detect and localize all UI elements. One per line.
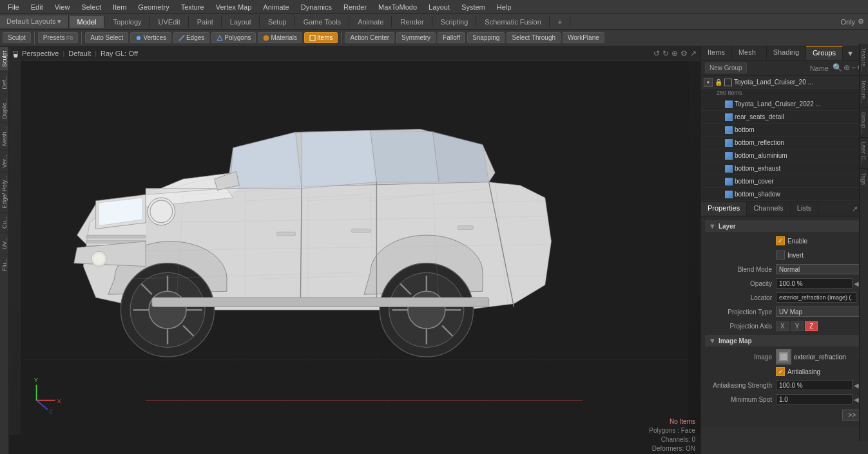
left-tab-def[interactable]: Def...	[0, 71, 8, 93]
enable-checkbox[interactable]: ✓	[776, 236, 785, 245]
menu-item-dynamics[interactable]: Dynamics	[296, 2, 337, 12]
car-viewport[interactable]: X Y Z	[9, 61, 700, 435]
list-item-3[interactable]: bottom_reflection	[701, 137, 868, 149]
props-tab-channels[interactable]: Channels	[747, 202, 790, 216]
left-tab-cu[interactable]: Cu...	[0, 212, 8, 232]
list-item-4[interactable]: bottom_aluminium	[701, 149, 868, 162]
left-tab-duplic[interactable]: Duplic...	[0, 93, 8, 123]
list-item-1[interactable]: rear_seats_detail	[701, 111, 868, 124]
items-list[interactable]: ● 🔒 Toyota_Land_Cruiser_20 ... 280 Items…	[701, 76, 868, 202]
right-tab-shading[interactable]: Shading	[767, 46, 806, 60]
mode-tab-render[interactable]: Render	[392, 16, 432, 28]
menu-item-animate[interactable]: Animate	[258, 2, 294, 12]
materials-button[interactable]: Materials	[258, 32, 302, 43]
layer-section-header[interactable]: ▼ Layer	[705, 220, 864, 232]
select-through-button[interactable]: Select Through	[506, 32, 561, 43]
menu-item-item[interactable]: Item	[108, 2, 131, 12]
list-search-icon[interactable]: 🔍	[833, 63, 842, 73]
layout-dropdown[interactable]: Default Layouts ▾	[0, 15, 69, 28]
aa-strength-input[interactable]	[776, 380, 853, 390]
falloff-button[interactable]: Falloff	[438, 32, 465, 43]
antialiasing-checkbox[interactable]: ✓	[776, 367, 785, 376]
menu-item-select[interactable]: Select	[76, 2, 106, 12]
menu-item-file[interactable]: File	[3, 2, 24, 12]
menu-item-vertexmap[interactable]: Vertex Map	[211, 2, 257, 12]
axis-y-button[interactable]: Y	[791, 321, 804, 331]
mode-tab-topology[interactable]: Topology	[105, 16, 149, 28]
polygons-button[interactable]: Polygons	[211, 32, 256, 43]
parent-group-item[interactable]: ● 🔒 Toyota_Land_Cruiser_20 ...	[701, 76, 868, 89]
mode-tab-add[interactable]: +	[550, 16, 570, 28]
left-tab-mesh[interactable]: Mesh...	[0, 122, 8, 150]
list-item-6[interactable]: bottom_cover	[701, 175, 868, 188]
list-remove-icon[interactable]: −	[851, 63, 856, 73]
parent-visibility[interactable]: ●	[704, 78, 713, 87]
menu-item-layout[interactable]: Layout	[423, 2, 455, 12]
presets-button[interactable]: Presets F8	[38, 32, 78, 43]
edges-button[interactable]: Edges	[173, 32, 209, 43]
only-button[interactable]: Only	[840, 18, 855, 26]
props-expand-icon[interactable]: ↗	[852, 205, 858, 213]
mode-tab-paint[interactable]: Paint	[189, 16, 222, 28]
mode-tab-schematic[interactable]: Schematic Fusion	[477, 16, 549, 28]
locator-input[interactable]	[776, 292, 856, 303]
viewport[interactable]: ■ Perspective | Default | Ray GL: Off ↺ …	[9, 46, 700, 454]
list-item-7[interactable]: bottom_shadow	[701, 188, 868, 201]
menu-item-geometry[interactable]: Geometry	[133, 2, 174, 12]
menu-item-system[interactable]: System	[456, 2, 490, 12]
new-group-button[interactable]: New Group	[705, 62, 747, 73]
props-tab-properties[interactable]: Properties	[701, 202, 747, 216]
right-edge-tab-tags[interactable]: Tags	[860, 169, 868, 189]
view-name-label[interactable]: Perspective	[22, 50, 59, 57]
vp-expand-icon[interactable]: ↗	[690, 49, 697, 58]
image-map-section-header[interactable]: ▼ Image Map	[705, 335, 864, 346]
right-edge-tab-texture2[interactable]: Texture...	[860, 76, 868, 108]
menu-item-edit[interactable]: Edit	[26, 2, 48, 12]
list-item-0[interactable]: Toyota_Land_Cruiser_2022 ...	[701, 98, 868, 111]
right-tab-dropdown[interactable]: ▼	[843, 46, 858, 60]
list-add-icon[interactable]: ⊕	[844, 63, 850, 73]
vp-settings-icon[interactable]: ⚙	[680, 49, 688, 58]
vp-redo-icon[interactable]: ↻	[662, 49, 669, 58]
left-tab-ver[interactable]: Ver...	[0, 150, 8, 172]
props-tab-lists[interactable]: Lists	[791, 202, 819, 216]
snapping-button[interactable]: Snapping	[467, 32, 505, 43]
min-spot-input[interactable]	[776, 394, 853, 404]
symmetry-button[interactable]: Symmetry	[396, 32, 436, 43]
opacity-input[interactable]	[776, 278, 853, 288]
workplane-button[interactable]: WorkPlane	[563, 32, 604, 43]
settings-icon[interactable]: ⚙	[858, 17, 864, 26]
left-tab-uv[interactable]: UV...	[0, 232, 8, 253]
right-edge-tab-texture1[interactable]: Texture...	[860, 44, 868, 76]
menu-item-view[interactable]: View	[50, 2, 75, 12]
mode-tab-animate[interactable]: Animate	[350, 16, 392, 28]
invert-checkbox[interactable]	[776, 251, 785, 260]
action-center-button[interactable]: Action Center	[345, 32, 394, 43]
auto-select-button[interactable]: Auto Select	[85, 32, 128, 43]
list-item-2[interactable]: bottom	[701, 124, 868, 137]
right-tab-groups[interactable]: Groups	[806, 46, 843, 60]
mode-tab-scripting[interactable]: Scripting	[433, 16, 477, 28]
mode-tab-uvedit[interactable]: UVEdit	[151, 16, 189, 28]
vp-undo-icon[interactable]: ↺	[653, 49, 660, 58]
menu-item-texture[interactable]: Texture	[176, 2, 209, 12]
mode-tab-setup[interactable]: Setup	[260, 16, 295, 28]
right-tab-items[interactable]: Items	[701, 46, 732, 60]
left-tab-edge-poly[interactable]: Edge/ Poly...	[0, 171, 8, 212]
right-edge-tab-userc[interactable]: User C...	[860, 138, 868, 169]
left-tab-sculpt[interactable]: Sculpt	[0, 46, 8, 71]
items-button[interactable]: Items	[304, 32, 338, 43]
layout-name-label[interactable]: Default	[68, 50, 91, 57]
list-item-5[interactable]: bottom_exhaust	[701, 162, 868, 175]
menu-item-maxtomodo[interactable]: MaxToModo	[373, 2, 422, 12]
sculpt-button[interactable]: Sculpt	[3, 32, 31, 43]
blend-mode-dropdown[interactable]: Normal	[776, 264, 864, 274]
mode-tab-model[interactable]: Model	[70, 16, 105, 28]
right-tab-mesh[interactable]: Mesh ...	[732, 46, 767, 60]
mode-tab-layout[interactable]: Layout	[222, 16, 260, 28]
vertices-button[interactable]: Vertices	[130, 32, 171, 43]
left-tab-flu[interactable]: Flu...	[0, 254, 8, 275]
vp-zoom-icon[interactable]: ⊕	[671, 49, 678, 58]
menu-item-render[interactable]: Render	[338, 2, 372, 12]
projection-type-dropdown[interactable]: UV Map	[776, 307, 864, 317]
